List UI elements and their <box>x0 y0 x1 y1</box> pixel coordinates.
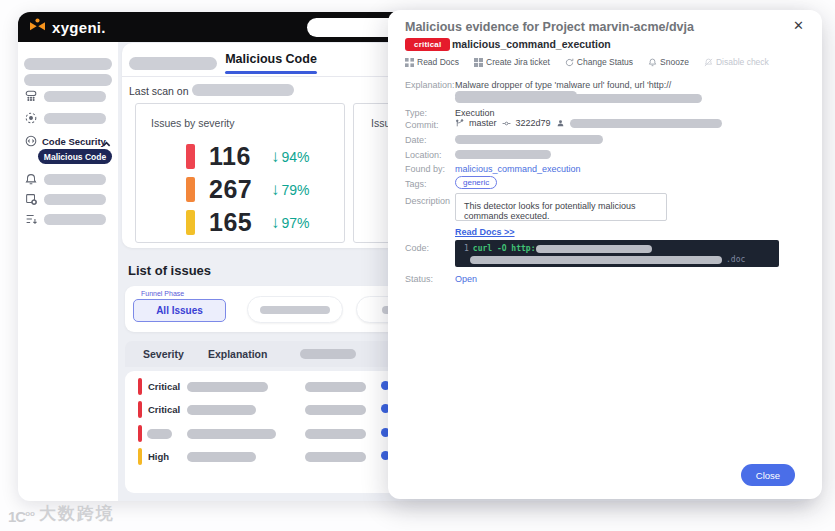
git-commit-icon <box>502 119 511 128</box>
found-by-label: Found by: <box>405 164 445 174</box>
code-suffix: .doc <box>726 255 745 264</box>
description-label: Description <box>405 196 450 206</box>
redacted-code <box>536 245 652 253</box>
sidebar-item[interactable] <box>18 192 118 206</box>
pipeline-icon <box>24 89 38 103</box>
code-line-2: .doc <box>464 254 779 265</box>
tag-chip-generic[interactable]: generic <box>455 176 497 189</box>
sidebar: Code Security Malicious Code <box>18 42 118 501</box>
create-jira-ticket-action[interactable]: Create Jira ticket <box>474 57 550 67</box>
trend-percent: 97% <box>282 215 310 231</box>
change-status-action[interactable]: Change Status <box>565 57 633 67</box>
last-scan-label: Last scan on <box>129 85 189 97</box>
scan-target-icon <box>24 111 38 125</box>
code-label: Code: <box>405 243 429 253</box>
location-label: Location: <box>405 150 442 160</box>
location-value <box>455 149 551 159</box>
explanation-redacted <box>187 429 276 439</box>
sidebar-item[interactable] <box>18 73 118 87</box>
severity-color-bar <box>186 144 195 169</box>
severity-bar <box>138 378 142 395</box>
sidebar-item[interactable] <box>18 212 118 226</box>
commit-hash[interactable]: 3222d79 <box>516 118 551 128</box>
alarm-bell-icon <box>24 172 38 186</box>
redacted-text <box>455 135 603 144</box>
status-value-link[interactable]: Open <box>455 274 477 284</box>
trend-down-icon: ↓ <box>271 213 280 233</box>
brand-logo[interactable]: xygeni. <box>28 18 106 37</box>
sidebar-item[interactable] <box>18 89 118 103</box>
explanation-redacted <box>187 452 256 462</box>
watermark-logo: 1Coo <box>8 508 35 525</box>
column-explanation: Explanation <box>208 348 268 360</box>
tags-value: generic <box>455 177 497 187</box>
snooze-action[interactable]: Snooze <box>648 57 689 67</box>
commit-author-redacted <box>570 119 722 128</box>
redacted-text <box>455 150 551 159</box>
cell-redacted <box>305 405 366 415</box>
snooze-bell-icon <box>648 58 657 67</box>
type-value: Execution <box>455 108 495 118</box>
trend-percent: 79% <box>282 182 310 198</box>
date-label: Date: <box>405 135 427 145</box>
card-title: Issues by severity <box>151 117 234 129</box>
redacted-label <box>260 306 330 314</box>
explanation-redacted <box>187 382 268 392</box>
severity-bar <box>138 401 142 418</box>
last-scan-date-redacted <box>192 84 294 96</box>
commit-label: Commit: <box>405 120 439 130</box>
list-of-issues-title: List of issues <box>128 263 211 278</box>
trend-down-icon: ↓ <box>271 180 280 200</box>
tags-label: Tags: <box>405 179 427 189</box>
sidebar-item[interactable] <box>18 172 118 186</box>
git-branch-icon <box>455 119 464 128</box>
malicious-evidence-modal: ✕ Malicious evidence for Project marvin-… <box>388 10 822 499</box>
severity-stat-medium: 165 ↓ 97% <box>186 206 310 239</box>
explanation-label: Explanation: <box>405 80 455 90</box>
tab-redacted[interactable] <box>129 57 217 70</box>
filter-dropdown-redacted[interactable] <box>247 296 343 323</box>
redacted-label <box>44 113 106 124</box>
severity-bar <box>138 425 142 442</box>
severity-cell: High <box>148 451 169 462</box>
sidebar-item[interactable] <box>18 111 118 125</box>
disable-check-action[interactable]: Disable check <box>704 57 769 67</box>
date-value <box>455 134 603 144</box>
type-label: Type: <box>405 108 427 118</box>
read-docs-link[interactable]: Read Docs >> <box>455 227 515 237</box>
redacted-code <box>470 256 722 264</box>
severity-stat-critical: 116 ↓ 94% <box>186 140 310 173</box>
sidebar-item[interactable] <box>18 57 118 71</box>
modal-title: Malicious evidence for Project marvin-ac… <box>405 20 694 34</box>
severity-count: 267 <box>209 175 271 204</box>
severity-count: 165 <box>209 208 271 237</box>
commit-branch[interactable]: master <box>469 118 497 128</box>
disable-bell-icon <box>704 58 713 67</box>
close-icon[interactable]: ✕ <box>793 18 804 33</box>
sidebar-subitem-malicious-code[interactable]: Malicious Code <box>38 149 112 164</box>
severity-color-bar <box>186 177 195 202</box>
description-box: This detector looks for potentially mali… <box>455 193 667 221</box>
trend-percent: 94% <box>282 149 310 165</box>
all-issues-button[interactable]: All Issues <box>133 299 226 322</box>
check-name: malicious_command_execution <box>452 38 611 50</box>
column-redacted <box>300 349 356 359</box>
docs-grid-icon <box>405 58 414 67</box>
severity-redacted <box>147 429 172 439</box>
xygeni-logo-icon <box>28 18 47 37</box>
read-docs-action[interactable]: Read Docs <box>405 57 459 67</box>
tab-malicious-code[interactable]: Malicious Code <box>225 52 317 66</box>
package-icon <box>24 192 38 206</box>
page: xygeni. <box>0 0 835 531</box>
active-tab-underline <box>225 71 317 74</box>
column-severity: Severity <box>143 348 184 360</box>
found-by-link[interactable]: malicious_command_execution <box>455 164 581 174</box>
brand-name: xygeni. <box>52 19 106 36</box>
watermark: 1Coo 大数跨境 <box>8 502 115 525</box>
redacted-label <box>44 194 106 205</box>
commit-value: master 3222d79 <box>455 118 722 128</box>
close-button[interactable]: Close <box>741 464 795 486</box>
sidebar-item-code-security[interactable]: Code Security <box>18 134 118 148</box>
sort-filter-icon <box>24 212 38 226</box>
explanation-value-line2 <box>455 93 702 103</box>
